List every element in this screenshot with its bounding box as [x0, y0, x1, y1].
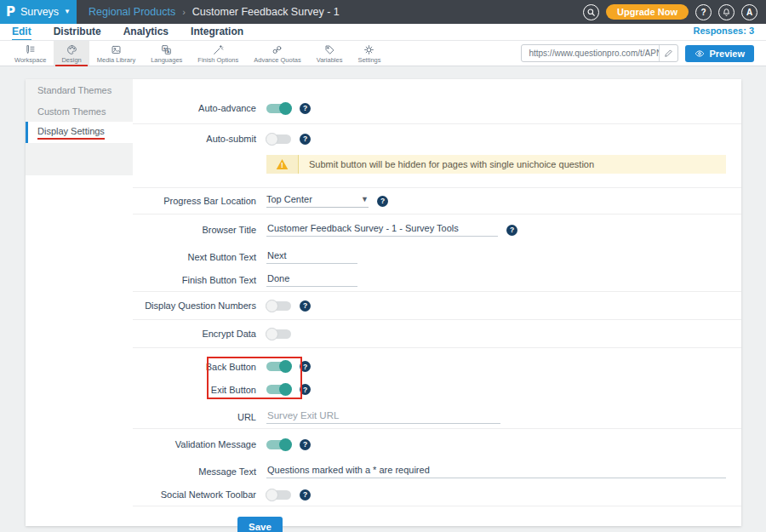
notifications-bell-icon[interactable] — [718, 4, 735, 20]
breadcrumb: Regional Products › Customer Feedback Su… — [89, 0, 340, 24]
row-divider — [133, 347, 741, 348]
nav-tab-edit[interactable]: Edit — [12, 26, 31, 40]
social-network-toolbar-help-icon[interactable]: ? — [300, 489, 311, 501]
browser-title-input[interactable] — [266, 223, 498, 237]
exit-button-toggle[interactable] — [266, 385, 291, 394]
breadcrumb-folder[interactable]: Regional Products — [89, 6, 175, 18]
surveys-menu[interactable]: P Surveys ▼ — [0, 0, 77, 24]
chain-links-icon — [272, 44, 283, 55]
next-button-text-label: Next Button Text — [133, 252, 256, 262]
nav-tab-analytics[interactable]: Analytics — [123, 26, 169, 39]
breadcrumb-survey-name: Customer Feedback Survey - 1 — [192, 6, 340, 18]
topbar-actions: Upgrade Now ? A — [583, 0, 766, 24]
auto-submit-warning-banner: ! Submit button will be hidden for pages… — [266, 155, 726, 174]
message-text-row: Message Text — [133, 460, 741, 483]
warning-text: Submit button will be hidden for pages w… — [299, 155, 604, 174]
toolbar-tab-advance-quotas[interactable]: Advance Quotas — [246, 41, 308, 66]
tag-icon — [324, 44, 335, 55]
preview-button[interactable]: Preview — [685, 45, 754, 62]
display-settings-form: Auto-advance ? Auto-submit ? ! — [133, 79, 741, 526]
auto-advance-toggle[interactable] — [266, 104, 291, 113]
progress-bar-help-icon[interactable]: ? — [377, 196, 388, 207]
encrypt-data-toggle[interactable] — [266, 329, 291, 339]
sidebar-filler — [26, 143, 133, 175]
design-sidebar: Standard Themes Custom Themes Display Se… — [26, 79, 133, 526]
auto-advance-label: Auto-advance — [133, 103, 256, 113]
progress-bar-location-select[interactable]: Top Center ▼ — [266, 194, 369, 208]
auto-submit-toggle[interactable] — [266, 134, 291, 144]
responses-count[interactable]: Responses: 3 — [693, 26, 754, 36]
encrypt-data-label: Encrypt Data — [133, 329, 256, 339]
toolbar-tab-workspace[interactable]: Workspace — [7, 41, 54, 66]
account-avatar[interactable]: A — [741, 4, 757, 20]
top-bar: P Surveys ▼ Regional Products › Customer… — [0, 0, 766, 24]
validation-message-label: Validation Message — [133, 439, 256, 449]
message-text-input[interactable] — [266, 465, 726, 478]
message-text-label: Message Text — [133, 466, 256, 477]
validation-message-toggle[interactable] — [266, 440, 291, 449]
svg-text:x: x — [164, 46, 166, 50]
page-background: Standard Themes Custom Themes Display Se… — [0, 66, 766, 532]
display-question-numbers-toggle[interactable] — [266, 301, 291, 311]
nav-tab-distribute[interactable]: Distribute — [54, 26, 101, 39]
social-network-toolbar-label: Social Network Toolbar — [133, 489, 256, 500]
palette-icon — [66, 44, 77, 55]
help-icon[interactable]: ? — [695, 4, 712, 20]
exit-button-label: Exit Button — [133, 385, 256, 395]
edit-url-pencil-icon[interactable] — [659, 45, 677, 61]
exit-button-help-icon[interactable]: ? — [300, 384, 311, 395]
search-icon[interactable] — [583, 4, 599, 20]
next-button-text-input[interactable] — [266, 250, 357, 264]
browser-title-help-icon[interactable]: ? — [506, 225, 517, 236]
back-button-help-icon[interactable]: ? — [300, 361, 311, 372]
survey-nav: Edit Distribute Analytics Integration Re… — [0, 24, 766, 41]
exit-url-label: URL — [133, 412, 256, 422]
display-question-numbers-label: Display Question Numbers — [133, 300, 256, 311]
sidebar-item-standard-themes[interactable]: Standard Themes — [26, 79, 133, 100]
social-network-toolbar-row: Social Network Toolbar ? — [133, 483, 741, 506]
display-question-numbers-help-icon[interactable]: ? — [300, 300, 311, 312]
exit-url-row: URL — [133, 406, 741, 428]
survey-url-box — [521, 44, 678, 62]
edit-toolbar: Workspace Design Media Library x A Langu… — [0, 41, 766, 66]
validation-message-help-icon[interactable]: ? — [300, 439, 311, 450]
display-question-numbers-row: Display Question Numbers ? — [133, 292, 741, 319]
nav-tab-integration[interactable]: Integration — [191, 26, 243, 39]
toolbar-tab-variables[interactable]: Variables — [309, 41, 351, 66]
back-button-label: Back Button — [133, 362, 256, 372]
chevron-down-icon: ▼ — [64, 9, 71, 15]
upgrade-now-button[interactable]: Upgrade Now — [606, 4, 689, 20]
magic-wand-icon — [213, 44, 224, 55]
auto-advance-help-icon[interactable]: ? — [300, 103, 311, 114]
gear-icon — [363, 44, 374, 55]
save-button[interactable]: Save — [237, 517, 283, 532]
validation-message-row: Validation Message ? — [133, 429, 741, 460]
toolbar-tab-finish-options[interactable]: Finish Options — [190, 41, 246, 66]
browser-title-row: Browser Title ? — [133, 215, 741, 245]
progress-bar-location-label: Progress Bar Location — [133, 196, 256, 206]
next-button-text-row: Next Button Text — [133, 245, 741, 268]
exit-button-row: Exit Button ? — [133, 378, 741, 401]
survey-url-input[interactable] — [522, 45, 659, 61]
breadcrumb-separator-icon: › — [182, 7, 186, 17]
svg-text:A: A — [167, 49, 169, 53]
social-network-toolbar-toggle[interactable] — [266, 490, 291, 500]
finish-button-text-label: Finish Button Text — [133, 275, 256, 285]
toolbar-tab-media-library[interactable]: Media Library — [89, 41, 143, 66]
sidebar-item-display-settings[interactable]: Display Settings — [26, 122, 133, 143]
surveys-menu-label: Surveys — [20, 6, 59, 18]
browser-title-label: Browser Title — [133, 225, 256, 235]
toolbar-tab-languages[interactable]: x A Languages — [143, 41, 190, 66]
exit-url-input[interactable] — [266, 410, 500, 424]
workspace-icon — [25, 44, 36, 55]
toolbar-tab-design[interactable]: Design — [54, 41, 89, 66]
encrypt-data-row: Encrypt Data — [133, 320, 741, 347]
back-button-toggle[interactable] — [266, 362, 291, 371]
auto-submit-help-icon[interactable]: ? — [300, 134, 311, 145]
auto-submit-row: Auto-submit ? — [133, 124, 741, 153]
sidebar-item-custom-themes[interactable]: Custom Themes — [26, 100, 133, 122]
translate-icon: x A — [161, 44, 172, 55]
finish-button-text-input[interactable] — [266, 273, 357, 287]
toolbar-tab-settings[interactable]: Settings — [350, 41, 388, 66]
svg-text:!: ! — [281, 161, 283, 169]
